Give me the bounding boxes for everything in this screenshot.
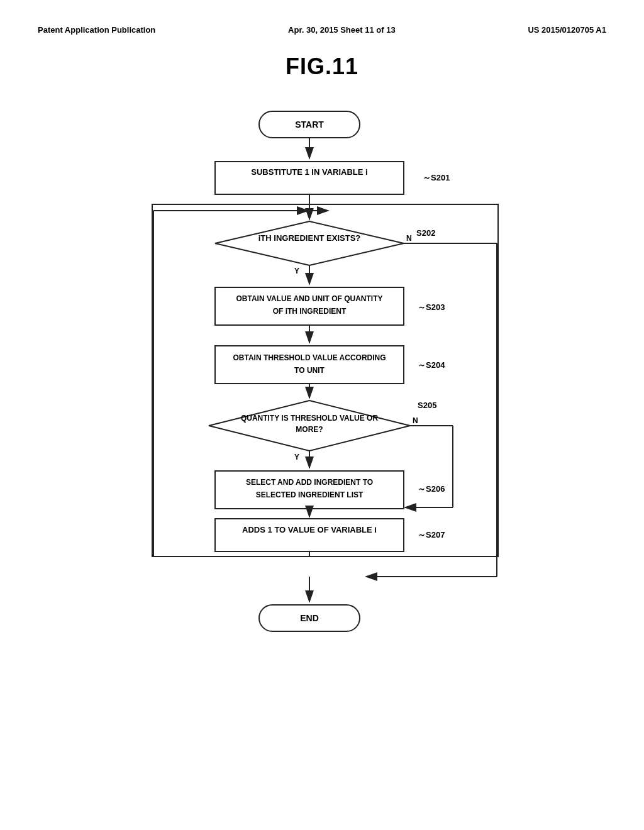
flowchart-svg: START SUBSTITUTE 1 IN VARIABLE i ～S201 i… [108, 99, 536, 665]
svg-rect-15 [215, 346, 404, 384]
s206-tag: ～S206 [418, 484, 445, 494]
s202-n-label: N [406, 234, 412, 243]
s205-line2: MORE? [296, 425, 323, 434]
s207-tag: ～S207 [418, 530, 445, 540]
start-label: START [295, 119, 324, 130]
svg-marker-8 [215, 221, 404, 265]
s202-tag: S202 [416, 228, 435, 238]
s204-line2: TO UNIT [294, 366, 325, 375]
s205-n-label: N [413, 416, 418, 425]
s201-label: SUBSTITUTE 1 IN VARIABLE i [251, 167, 367, 177]
header-left: Patent Application Publication [38, 25, 155, 35]
s203-tag: ～S203 [418, 302, 445, 312]
header-center: Apr. 30, 2015 Sheet 11 of 13 [288, 25, 396, 35]
page-header: Patent Application Publication Apr. 30, … [38, 25, 606, 35]
s207-line1: ADDS 1 TO VALUE OF VARIABLE i [242, 525, 377, 534]
svg-rect-26 [215, 519, 404, 551]
svg-rect-22 [215, 471, 404, 509]
svg-rect-3 [215, 162, 404, 194]
s205-y-label: Y [294, 453, 299, 462]
s205-line1: QUANTITY IS THRESHOLD VALUE OR [241, 414, 379, 423]
s206-line2: SELECTED INGREDIENT LIST [256, 490, 364, 499]
s203-line1: OBTAIN VALUE AND UNIT OF QUANTITY [236, 294, 382, 303]
header-right: US 2015/0120705 A1 [528, 25, 606, 35]
s202-y-label: Y [294, 267, 299, 275]
s204-line1: OBTAIN THRESHOLD VALUE ACCORDING [233, 353, 386, 362]
flowchart-container: START SUBSTITUTE 1 IN VARIABLE i ～S201 i… [108, 99, 536, 667]
page: Patent Application Publication Apr. 30, … [0, 0, 644, 830]
s203-line2: OF iTH INGREDIENT [273, 307, 347, 316]
figure-title: FIG.11 [38, 53, 606, 80]
s202-label: iTH INGREDIENT EXISTS? [258, 233, 361, 243]
end-label: END [300, 613, 319, 623]
s204-tag: ～S204 [418, 360, 445, 370]
svg-rect-13 [215, 287, 404, 325]
s201-tag: ～S201 [423, 173, 450, 182]
s205-tag: S205 [418, 401, 436, 410]
s206-line1: SELECT AND ADD INGREDIENT TO [246, 478, 373, 487]
